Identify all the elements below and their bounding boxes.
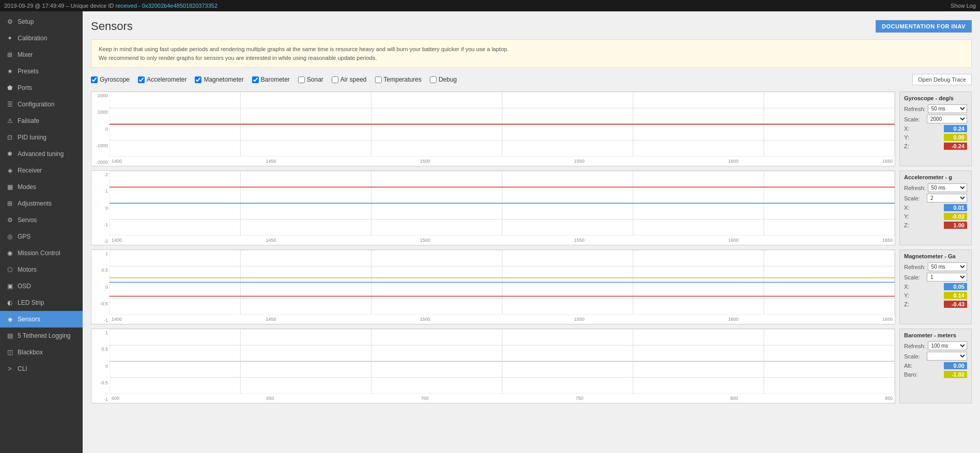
refresh-select-magnetometer-label: Refresh: — [904, 264, 926, 270]
show-log-button[interactable]: Show Log — [951, 3, 976, 9]
scale-select-gyroscope-row: Scale:2000 — [904, 115, 967, 123]
sidebar-label-ports: Ports — [18, 84, 32, 91]
sidebar-item-receiver[interactable]: ◈Receiver — [0, 162, 83, 179]
sidebar-item-blackbox[interactable]: ◫Blackbox — [0, 344, 83, 361]
sidebar-icon-calibration: ✦ — [6, 35, 13, 42]
sidebar-item-mission-control[interactable]: ◉Mission Control — [0, 245, 83, 261]
checkbox-input-gyroscope[interactable] — [91, 76, 98, 83]
gyroscope-y-label: Y: — [904, 134, 925, 140]
charts-area: 200010000-1000-2000140014501500155016001… — [91, 91, 972, 403]
sidebar-item-pid-tuning[interactable]: ⊡PID tuning — [0, 129, 83, 146]
refresh-select-gyroscope[interactable]: 50 ms — [928, 104, 967, 113]
refresh-select-gyroscope-label: Refresh: — [904, 106, 926, 112]
scale-select-magnetometer[interactable]: 1 — [927, 273, 967, 282]
panel-title-gyroscope: Gyroscope - deg/s — [904, 95, 967, 101]
sensor-row-gyroscope: 200010000-1000-2000140014501500155016001… — [91, 91, 972, 166]
sidebar-label-tethered-logging: 5 Tethered Logging — [18, 332, 71, 339]
checkbox-sonar[interactable]: Sonar — [298, 76, 323, 83]
scale-select-barometer[interactable] — [927, 352, 967, 361]
sidebar-icon-adjustments: ⊞ — [6, 200, 13, 207]
sidebar-item-presets[interactable]: ★Presets — [0, 63, 83, 80]
checkbox-magnetometer[interactable]: Magnetometer — [195, 76, 243, 83]
gyroscope-y-value: 0.00 — [944, 134, 967, 141]
y-axis-accelerometer: 210-1-2 — [91, 171, 110, 245]
scale-select-gyroscope[interactable]: 2000 — [927, 115, 967, 123]
sidebar-item-advanced-tuning[interactable]: ✱Advanced tuning — [0, 146, 83, 162]
panel-title-accelerometer: Accelerometer - g — [904, 174, 967, 180]
sidebar-item-servos[interactable]: ⚙Servos — [0, 212, 83, 228]
sidebar-item-calibration[interactable]: ✦Calibration — [0, 30, 83, 46]
y-axis-gyroscope: 200010000-1000-2000 — [91, 92, 110, 166]
checkbox-barometer[interactable]: Barometer — [252, 76, 290, 83]
checkbox-temperatures[interactable]: Temperatures — [375, 76, 422, 83]
sidebar-item-mixer[interactable]: ⊞Mixer — [0, 46, 83, 63]
sidebar-label-servos: Servos — [18, 216, 37, 224]
sidebar-item-modes[interactable]: ▦Modes — [0, 179, 83, 195]
gyroscope-x-label: X: — [904, 126, 925, 132]
checkbox-input-debug[interactable] — [430, 76, 437, 83]
device-id: 0x32002b4e48501820373352 — [142, 3, 217, 9]
doc-button[interactable]: DOCUMENTATION FOR INAV — [876, 20, 972, 33]
sidebar-item-sensors[interactable]: ◈Sensors — [0, 311, 83, 327]
sidebar-item-adjustments[interactable]: ⊞Adjustments — [0, 195, 83, 212]
sidebar-label-advanced-tuning: Advanced tuning — [18, 150, 64, 158]
gyroscope-z-label: Z: — [904, 143, 925, 149]
sidebar-label-cli: CLI — [18, 365, 27, 372]
sidebar-item-motors[interactable]: ⬡Motors — [0, 261, 83, 278]
checkbox-input-temperatures[interactable] — [375, 76, 382, 83]
checkbox-gyroscope[interactable]: Gyroscope — [91, 76, 130, 83]
sidebar-icon-receiver: ◈ — [6, 167, 13, 174]
checkbox-airspeed[interactable]: Air speed — [332, 76, 367, 83]
sidebar-label-motors: Motors — [18, 266, 37, 273]
checkbox-input-barometer[interactable] — [252, 76, 259, 83]
checkbox-input-magnetometer[interactable] — [195, 76, 201, 83]
chart-gyroscope: 200010000-1000-2000140014501500155016001… — [91, 91, 895, 166]
checkbox-input-accelerometer[interactable] — [138, 76, 145, 83]
checkbox-label-sonar: Sonar — [307, 76, 323, 83]
checkbox-input-sonar[interactable] — [298, 76, 305, 83]
y-axis-barometer: 10.50-0.5-1 — [91, 329, 110, 403]
sidebar-icon-blackbox: ◫ — [6, 349, 13, 356]
sidebar-item-failsafe[interactable]: ⚠Failsafe — [0, 113, 83, 129]
sidebar-item-ports[interactable]: ⬟Ports — [0, 80, 83, 96]
sidebar-label-calibration: Calibration — [18, 35, 47, 42]
gyroscope-x-value: 0.24 — [944, 125, 967, 132]
refresh-select-barometer[interactable]: 100 ms — [928, 341, 967, 350]
refresh-select-gyroscope-row: Refresh:50 ms — [904, 104, 967, 113]
sidebar-icon-cli: > — [6, 365, 13, 372]
warning-box: Keep in mind that using fast update peri… — [91, 39, 972, 68]
checkbox-input-airspeed[interactable] — [332, 76, 338, 83]
checkbox-debug[interactable]: Debug — [430, 76, 457, 83]
chart-inner-accelerometer — [110, 171, 895, 236]
sidebar-item-cli[interactable]: >CLI — [0, 361, 83, 377]
sidebar-icon-configuration: ☰ — [6, 101, 13, 108]
sidebar-icon-advanced-tuning: ✱ — [6, 150, 13, 158]
open-debug-trace-button[interactable]: Open Debug Trace — [912, 74, 972, 85]
refresh-select-magnetometer[interactable]: 50 ms — [928, 262, 967, 271]
scale-select-accelerometer[interactable]: 2 — [927, 194, 967, 202]
gyroscope-z-value: -0.24 — [944, 143, 967, 150]
sidebar-item-tethered-logging[interactable]: ▤5 Tethered Logging — [0, 327, 83, 344]
checkbox-accelerometer[interactable]: Accelerometer — [138, 76, 186, 83]
sensor-row-accelerometer: 210-1-2140014501500155016001650Accelerom… — [91, 170, 972, 245]
sidebar-item-led-strip[interactable]: ◐LED Strip — [0, 294, 83, 311]
sidebar-item-gps[interactable]: ◎GPS — [0, 228, 83, 245]
chart-accelerometer: 210-1-2140014501500155016001650 — [91, 170, 895, 245]
accelerometer-z-row: Z:1.00 — [904, 222, 967, 229]
sidebar-label-blackbox: Blackbox — [18, 349, 43, 356]
sensor-row-magnetometer: 10.50-0.5-1140014501500155016001650Magne… — [91, 249, 972, 324]
sidebar-item-osd[interactable]: ▣OSD — [0, 278, 83, 294]
sidebar-label-receiver: Receiver — [18, 167, 42, 174]
checkbox-label-accelerometer: Accelerometer — [147, 76, 186, 83]
sidebar-label-pid-tuning: PID tuning — [18, 134, 46, 141]
sidebar-label-mission-control: Mission Control — [18, 249, 60, 257]
accelerometer-z-value: 1.00 — [944, 222, 967, 229]
sidebar-item-setup[interactable]: ⚙Setup — [0, 13, 83, 30]
sidebar-icon-setup: ⚙ — [6, 18, 13, 25]
refresh-select-accelerometer[interactable]: 50 ms — [928, 183, 967, 192]
chart-inner-magnetometer — [110, 250, 895, 315]
sidebar-item-configuration[interactable]: ☰Configuration — [0, 96, 83, 113]
magnetometer-x-row: X:0.05 — [904, 283, 967, 290]
magnetometer-x-value: 0.05 — [944, 283, 967, 290]
warning-line1: Keep in mind that using fast update peri… — [99, 45, 964, 54]
